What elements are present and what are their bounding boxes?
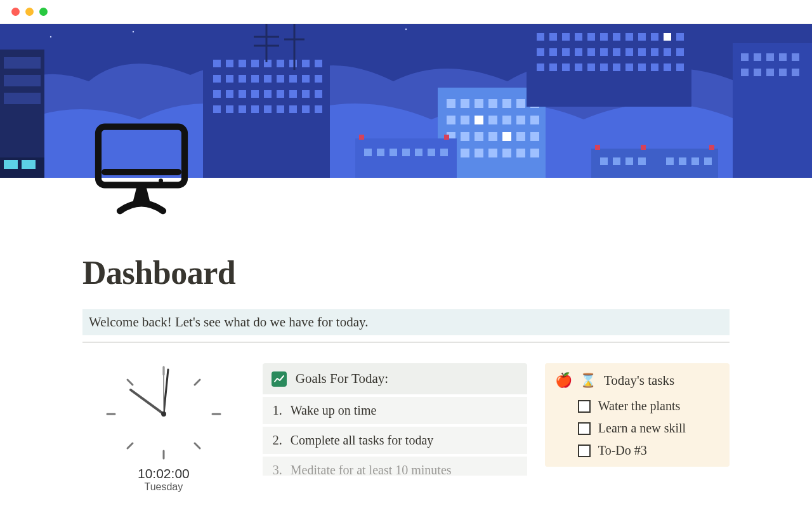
svg-rect-103 [537, 64, 544, 71]
svg-rect-94 [575, 48, 582, 56]
window-titlebar [0, 0, 812, 24]
svg-rect-66 [475, 132, 483, 141]
svg-rect-111 [638, 64, 646, 71]
svg-rect-36 [277, 90, 284, 98]
svg-rect-122 [638, 157, 646, 165]
tasks-header-text: Today's tasks [604, 373, 674, 389]
svg-rect-29 [302, 75, 310, 83]
svg-rect-23 [226, 75, 233, 83]
svg-rect-92 [549, 48, 557, 56]
svg-point-167 [161, 411, 166, 417]
task-checkbox[interactable] [578, 422, 591, 435]
window-close-button[interactable] [11, 8, 20, 16]
svg-rect-33 [239, 90, 246, 98]
svg-rect-37 [289, 90, 297, 98]
tasks-header[interactable]: 🍎 ⌛ Today's tasks [555, 372, 719, 389]
svg-rect-53 [488, 99, 497, 108]
goal-item[interactable]: 1. Wake up on time [263, 397, 527, 424]
svg-rect-41 [226, 105, 233, 113]
svg-rect-88 [651, 33, 658, 41]
task-label: Water the plants [598, 399, 680, 413]
page-title[interactable]: Dashboard [82, 254, 730, 291]
task-item[interactable]: Learn a new skill [555, 417, 719, 439]
svg-rect-35 [264, 90, 272, 98]
svg-rect-58 [461, 116, 469, 124]
svg-rect-101 [664, 48, 671, 56]
task-label: To-Do #3 [598, 443, 647, 458]
svg-rect-112 [651, 64, 658, 71]
window-zoom-button[interactable] [39, 8, 48, 16]
svg-rect-142 [377, 149, 384, 156]
svg-rect-127 [733, 43, 812, 178]
svg-rect-107 [587, 64, 595, 71]
svg-rect-147 [440, 149, 448, 156]
task-checkbox[interactable] [578, 400, 591, 413]
svg-rect-55 [516, 99, 525, 108]
apple-icon: 🍎 [555, 372, 572, 389]
svg-rect-135 [766, 69, 774, 76]
svg-rect-82 [575, 33, 582, 41]
svg-rect-68 [502, 132, 511, 141]
goal-text: Meditate for at least 10 minutes [291, 463, 452, 469]
svg-rect-44 [264, 105, 272, 113]
task-checkbox[interactable] [578, 444, 591, 457]
goals-header[interactable]: Goals For Today: [263, 363, 527, 394]
task-item[interactable]: Water the plants [555, 395, 719, 417]
svg-rect-139 [359, 135, 364, 140]
tasks-block[interactable]: 🍎 ⌛ Today's tasks Water the plants Learn… [545, 363, 730, 467]
svg-line-165 [164, 370, 168, 414]
svg-rect-123 [666, 157, 674, 165]
svg-rect-79 [537, 33, 544, 41]
svg-rect-34 [251, 90, 259, 98]
svg-rect-14 [226, 60, 233, 67]
svg-rect-69 [516, 132, 525, 141]
svg-line-161 [195, 380, 200, 385]
task-item[interactable]: To-Do #3 [555, 439, 719, 462]
welcome-callout[interactable]: Welcome back! Let's see what do we have … [82, 309, 730, 335]
svg-rect-75 [502, 149, 511, 157]
svg-rect-12 [203, 50, 330, 178]
svg-rect-118 [709, 145, 714, 150]
goals-header-text: Goals For Today: [296, 371, 388, 387]
svg-rect-80 [549, 33, 557, 41]
svg-rect-89 [664, 33, 671, 41]
svg-rect-76 [516, 149, 525, 157]
svg-rect-93 [562, 48, 570, 56]
goal-item[interactable]: 2. Complete all tasks for today [263, 427, 527, 454]
svg-point-1 [50, 36, 51, 37]
svg-rect-74 [488, 149, 497, 157]
svg-rect-113 [664, 64, 671, 71]
svg-rect-134 [754, 69, 761, 76]
svg-rect-70 [530, 132, 539, 141]
svg-rect-26 [264, 75, 272, 83]
svg-rect-133 [741, 69, 749, 76]
svg-rect-6 [4, 57, 41, 69]
svg-rect-114 [676, 64, 684, 71]
window-minimize-button[interactable] [25, 8, 34, 16]
svg-rect-138 [355, 138, 457, 178]
svg-rect-83 [587, 33, 595, 41]
svg-rect-116 [595, 145, 600, 150]
goals-block[interactable]: Goals For Today: 1. Wake up on time 2. C… [263, 363, 527, 476]
svg-rect-19 [289, 60, 297, 67]
svg-rect-61 [502, 116, 511, 124]
svg-rect-97 [613, 48, 620, 56]
svg-rect-62 [516, 116, 525, 124]
goal-item[interactable]: 3. Meditate for at least 10 minutes [263, 457, 527, 476]
svg-rect-43 [251, 105, 259, 113]
svg-rect-67 [488, 132, 497, 141]
svg-rect-72 [461, 149, 469, 157]
chart-icon [272, 371, 287, 387]
svg-rect-141 [364, 149, 372, 156]
svg-rect-38 [302, 90, 310, 98]
svg-rect-99 [638, 48, 646, 56]
svg-rect-91 [537, 48, 544, 56]
svg-rect-146 [428, 149, 435, 156]
svg-rect-104 [549, 64, 557, 71]
svg-line-162 [128, 443, 133, 448]
svg-rect-140 [444, 135, 449, 140]
goal-number: 3. [273, 463, 284, 469]
svg-rect-131 [779, 53, 787, 61]
goal-number: 1. [273, 403, 284, 418]
svg-rect-144 [402, 149, 410, 156]
